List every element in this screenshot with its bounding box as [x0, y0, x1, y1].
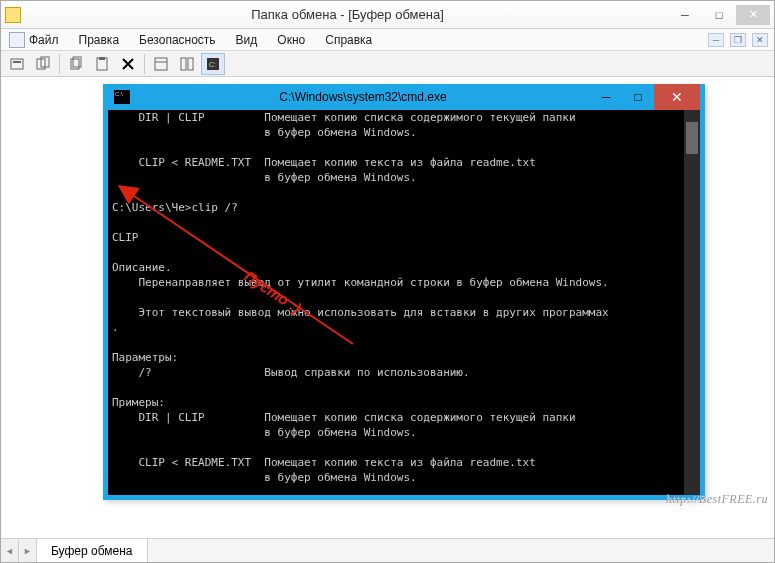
- svg-rect-12: [181, 58, 186, 70]
- toolbar: C:: [1, 51, 774, 77]
- toolbar-view2-button[interactable]: [175, 53, 199, 75]
- menu-help[interactable]: Справка: [317, 31, 380, 49]
- svg-rect-7: [99, 57, 105, 60]
- tab-scroll-left-button[interactable]: ◄: [1, 539, 19, 562]
- window-title: Папка обмена - [Буфер обмена]: [27, 7, 668, 22]
- cmd-icon: [114, 90, 130, 104]
- cmd-output: DIR | CLIP Помещает копию списка содержи…: [112, 110, 696, 495]
- svg-rect-13: [188, 58, 193, 70]
- close-button[interactable]: ✕: [736, 5, 770, 25]
- app-icon: [5, 7, 21, 23]
- toolbar-btn-1[interactable]: [5, 53, 29, 75]
- cmd-titlebar[interactable]: C:\Windows\system32\cmd.exe ─ □ ✕: [108, 84, 700, 110]
- toolbar-copy-button[interactable]: [64, 53, 88, 75]
- svg-rect-1: [13, 61, 21, 63]
- menu-view[interactable]: Вид: [228, 31, 266, 49]
- mdi-restore-button[interactable]: ❐: [730, 33, 746, 47]
- maximize-button[interactable]: □: [702, 5, 736, 25]
- file-icon: [9, 32, 25, 48]
- mdi-close-button[interactable]: ✕: [752, 33, 768, 47]
- watermark: http://BestFREE.ru: [666, 492, 768, 507]
- tab-scroll-right-button[interactable]: ►: [19, 539, 37, 562]
- scrollbar-thumb[interactable]: [686, 122, 698, 154]
- app-titlebar: Папка обмена - [Буфер обмена] ─ □ ✕: [1, 1, 774, 29]
- menu-edit[interactable]: Правка: [71, 31, 128, 49]
- toolbar-delete-button[interactable]: [116, 53, 140, 75]
- tab-label: Буфер обмена: [51, 544, 133, 558]
- minimize-button[interactable]: ─: [668, 5, 702, 25]
- menu-file-label: Файл: [29, 33, 59, 47]
- toolbar-separator: [59, 54, 60, 74]
- svg-rect-10: [155, 58, 167, 70]
- cmd-title: C:\Windows\system32\cmd.exe: [136, 90, 590, 104]
- cmd-minimize-button[interactable]: ─: [590, 84, 622, 110]
- svg-rect-0: [11, 59, 23, 69]
- toolbar-btn-2[interactable]: [31, 53, 55, 75]
- toolbar-view3-button[interactable]: C:: [201, 53, 225, 75]
- menu-security[interactable]: Безопасность: [131, 31, 224, 49]
- content-area: C:\Windows\system32\cmd.exe ─ □ ✕ DIR | …: [1, 78, 774, 537]
- menu-window[interactable]: Окно: [269, 31, 313, 49]
- svg-text:C:: C:: [209, 61, 216, 68]
- toolbar-view1-button[interactable]: [149, 53, 173, 75]
- mdi-minimize-button[interactable]: ─: [708, 33, 724, 47]
- cmd-body[interactable]: DIR | CLIP Помещает копию списка содержи…: [108, 110, 700, 495]
- tab-bar-empty: [148, 539, 774, 562]
- menubar: Файл Правка Безопасность Вид Окно Справк…: [1, 29, 774, 51]
- cmd-close-button[interactable]: ✕: [654, 84, 700, 110]
- cmd-maximize-button[interactable]: □: [622, 84, 654, 110]
- cmd-scrollbar[interactable]: [684, 110, 700, 495]
- toolbar-separator: [144, 54, 145, 74]
- toolbar-paste-button[interactable]: [90, 53, 114, 75]
- cmd-window: C:\Windows\system32\cmd.exe ─ □ ✕ DIR | …: [103, 84, 705, 500]
- tab-clipboard[interactable]: Буфер обмена: [37, 539, 148, 562]
- tab-bar: ◄ ► Буфер обмена: [1, 538, 774, 562]
- menu-file[interactable]: Файл: [7, 30, 67, 50]
